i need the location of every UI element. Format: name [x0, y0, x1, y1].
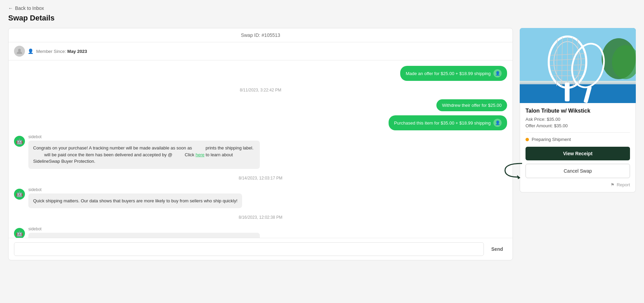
sidebot-icon: 🤖	[14, 189, 25, 200]
messages-area[interactable]: Made an offer for $25.00 + $18.99 shippi…	[9, 60, 513, 238]
offer-amount-label: Offer Amount:	[526, 123, 553, 128]
svg-point-0	[18, 49, 21, 52]
svg-marker-21	[517, 175, 520, 179]
product-info: Talon Tribute w/ Wikstick Ask Price: $35…	[520, 103, 636, 192]
bubble-offer: Made an offer for $25.00 + $18.99 shippi…	[400, 66, 507, 81]
status-text: Preparing Shipment	[532, 137, 571, 142]
sidebot-bubble: Quick shipping matters. Our data shows t…	[28, 193, 242, 208]
svg-rect-18	[565, 83, 570, 101]
right-panel: Talon Tribute w/ Wikstick Ask Price: $35…	[520, 28, 636, 192]
ask-price-label: Ask Price:	[526, 117, 546, 122]
timestamp: 8/14/2023, 12:03:17 PM	[14, 176, 507, 181]
sidebot-label: sidebot	[28, 134, 260, 139]
status-row: Preparing Shipment	[526, 137, 630, 142]
avatar	[14, 46, 25, 57]
message-row: Made an offer for $25.00 + $18.99 shippi…	[14, 66, 507, 81]
report-link[interactable]: ⚑ Report	[611, 182, 630, 187]
sidebot-icon: 🤖	[14, 136, 25, 147]
report-label: Report	[617, 182, 630, 187]
member-since-label: Member Since: May 2023	[36, 49, 87, 54]
sidebot-message-1: 🤖 sidebot Congrats on your purchase! A t…	[14, 134, 260, 169]
product-name: Talon Tribute w/ Wikstick	[526, 108, 630, 114]
message-row: Withdrew their offer for $25.00	[14, 99, 507, 111]
cancel-area: Cancel Swap	[526, 164, 630, 178]
sidebot-message-3: 🤖 sidebot Hey @ this item was sold 4 day…	[14, 227, 260, 238]
bubble-text: Purchased this item for $35.00 + $18.99 …	[394, 120, 491, 126]
bubble-text: Made an offer for $25.00 + $18.99 shippi…	[406, 71, 491, 76]
report-row: ⚑ Report	[526, 182, 630, 187]
send-button[interactable]: Send	[487, 244, 507, 255]
user-icon: 👤	[493, 69, 502, 77]
flag-icon: ⚑	[611, 182, 615, 187]
cancel-swap-button[interactable]: Cancel Swap	[526, 164, 630, 178]
back-to-inbox-link[interactable]: ← Back to Inbox	[8, 5, 636, 11]
ask-price-value: $35.00	[547, 117, 560, 122]
sidebot-icon: 🤖	[14, 228, 25, 238]
sidebot-bubble: Hey @ this item was sold 4 days ago and …	[28, 233, 260, 238]
sidebot-label: sidebot	[28, 227, 260, 231]
bubble-text: Withdrew their offer for $25.00	[442, 103, 502, 108]
member-bar: 👤 Member Since: May 2023	[9, 42, 513, 60]
status-dot	[526, 138, 529, 141]
bubble-withdrew: Withdrew their offer for $25.00	[436, 99, 507, 111]
timestamp: 8/16/2023, 12:02:38 PM	[14, 215, 507, 220]
timestamp: 8/11/2023, 3:22:42 PM	[14, 88, 507, 92]
sidebot-message-2: 🤖 sidebot Quick shipping matters. Our da…	[14, 187, 260, 208]
message-row: Purchased this item for $35.00 + $18.99 …	[14, 115, 507, 130]
product-image	[520, 28, 636, 103]
sidebot-content: sidebot Hey @ this item was sold 4 days …	[28, 227, 260, 238]
sidebot-content: sidebot Congrats on your purchase! A tra…	[28, 134, 260, 169]
bubble-purchased: Purchased this item for $35.00 + $18.99 …	[389, 115, 507, 130]
here-link[interactable]: here	[196, 152, 205, 157]
person-icon: 👤	[28, 48, 33, 54]
offer-amount-row: Offer Amount: $35.00	[526, 123, 630, 128]
page-title: Swap Details	[8, 14, 636, 23]
sidebot-bubble: Congrats on your purchase! A tracking nu…	[28, 141, 260, 169]
message-input[interactable]	[14, 242, 484, 256]
offer-amount-value: $35.00	[554, 123, 568, 128]
swap-id-text: Swap ID: #105513	[241, 32, 280, 38]
sidebot-content: sidebot Quick shipping matters. Our data…	[28, 187, 242, 208]
user-icon: 👤	[493, 119, 502, 127]
input-area: Send	[9, 238, 513, 260]
sidebot-label: sidebot	[28, 187, 242, 192]
chat-panel: Swap ID: #105513 👤 Member Since: May 202…	[8, 28, 513, 260]
ask-price-row: Ask Price: $35.00	[526, 117, 630, 122]
swap-id-bar: Swap ID: #105513	[9, 28, 513, 42]
view-receipt-button[interactable]: View Receipt	[526, 147, 630, 160]
back-link-label: Back to Inbox	[15, 5, 44, 11]
divider	[526, 132, 630, 133]
back-arrow-icon: ←	[8, 5, 13, 11]
